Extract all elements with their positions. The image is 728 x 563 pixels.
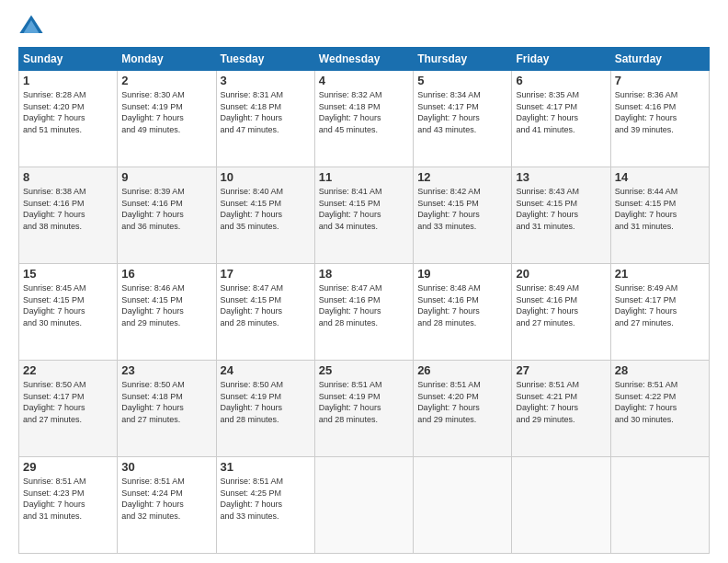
weekday-saturday: Saturday (610, 48, 709, 71)
day-number: 25 (319, 363, 409, 377)
calendar-cell (314, 457, 413, 554)
cell-info: Sunrise: 8:51 AM Sunset: 4:19 PM Dayligh… (319, 379, 409, 425)
calendar-cell: 14Sunrise: 8:44 AM Sunset: 4:15 PM Dayli… (610, 167, 709, 264)
cell-info: Sunrise: 8:47 AM Sunset: 4:15 PM Dayligh… (221, 282, 311, 328)
calendar-cell: 15Sunrise: 8:45 AM Sunset: 4:15 PM Dayli… (19, 264, 118, 361)
day-number: 22 (23, 363, 113, 377)
day-number: 2 (121, 74, 211, 87)
calendar-cell: 25Sunrise: 8:51 AM Sunset: 4:19 PM Dayli… (314, 361, 413, 457)
weekday-monday: Monday (118, 48, 216, 71)
weekday-sunday: Sunday (19, 48, 118, 71)
cell-info: Sunrise: 8:47 AM Sunset: 4:16 PM Dayligh… (319, 282, 409, 328)
cell-info: Sunrise: 8:39 AM Sunset: 4:16 PM Dayligh… (121, 186, 211, 232)
calendar-cell: 21Sunrise: 8:49 AM Sunset: 4:17 PM Dayli… (610, 264, 709, 361)
cell-info: Sunrise: 8:35 AM Sunset: 4:17 PM Dayligh… (516, 89, 606, 135)
calendar-cell: 22Sunrise: 8:50 AM Sunset: 4:17 PM Dayli… (19, 361, 118, 457)
day-number: 27 (516, 363, 606, 377)
week-row-2: 8Sunrise: 8:38 AM Sunset: 4:16 PM Daylig… (19, 167, 710, 264)
day-number: 14 (615, 170, 705, 184)
week-row-5: 29Sunrise: 8:51 AM Sunset: 4:23 PM Dayli… (19, 457, 710, 554)
day-number: 7 (615, 74, 705, 87)
cell-info: Sunrise: 8:40 AM Sunset: 4:15 PM Dayligh… (221, 186, 311, 232)
calendar-cell: 24Sunrise: 8:50 AM Sunset: 4:19 PM Dayli… (216, 361, 314, 457)
calendar-cell: 29Sunrise: 8:51 AM Sunset: 4:23 PM Dayli… (19, 457, 118, 554)
weekday-tuesday: Tuesday (216, 48, 314, 71)
cell-info: Sunrise: 8:51 AM Sunset: 4:23 PM Dayligh… (23, 476, 113, 522)
calendar-cell: 30Sunrise: 8:51 AM Sunset: 4:24 PM Dayli… (118, 457, 216, 554)
cell-info: Sunrise: 8:38 AM Sunset: 4:16 PM Dayligh… (23, 186, 113, 232)
day-number: 29 (23, 460, 113, 474)
calendar-cell (512, 457, 610, 554)
calendar-cell: 31Sunrise: 8:51 AM Sunset: 4:25 PM Dayli… (216, 457, 314, 554)
calendar-cell: 28Sunrise: 8:51 AM Sunset: 4:22 PM Dayli… (610, 361, 709, 457)
calendar-cell: 17Sunrise: 8:47 AM Sunset: 4:15 PM Dayli… (216, 264, 314, 361)
weekday-wednesday: Wednesday (314, 48, 413, 71)
calendar-cell: 2Sunrise: 8:30 AM Sunset: 4:19 PM Daylig… (118, 71, 216, 167)
calendar-body: 1Sunrise: 8:28 AM Sunset: 4:20 PM Daylig… (19, 71, 710, 554)
calendar-cell: 9Sunrise: 8:39 AM Sunset: 4:16 PM Daylig… (118, 167, 216, 264)
day-number: 16 (121, 267, 211, 281)
day-number: 28 (615, 363, 705, 377)
header (18, 14, 710, 40)
cell-info: Sunrise: 8:43 AM Sunset: 4:15 PM Dayligh… (516, 186, 606, 232)
cell-info: Sunrise: 8:34 AM Sunset: 4:17 PM Dayligh… (417, 89, 507, 135)
cell-info: Sunrise: 8:31 AM Sunset: 4:18 PM Dayligh… (221, 89, 311, 135)
day-number: 17 (221, 267, 311, 281)
day-number: 26 (417, 363, 507, 377)
day-number: 12 (417, 170, 507, 184)
cell-info: Sunrise: 8:51 AM Sunset: 4:21 PM Dayligh… (516, 379, 606, 425)
weekday-thursday: Thursday (414, 48, 512, 71)
day-number: 15 (23, 267, 113, 281)
day-number: 6 (516, 74, 606, 87)
day-number: 31 (221, 460, 311, 474)
day-number: 9 (121, 170, 211, 184)
day-number: 4 (319, 74, 409, 87)
calendar-cell: 12Sunrise: 8:42 AM Sunset: 4:15 PM Dayli… (414, 167, 512, 264)
day-number: 23 (121, 363, 211, 377)
calendar-cell (414, 457, 512, 554)
cell-info: Sunrise: 8:50 AM Sunset: 4:18 PM Dayligh… (121, 379, 211, 425)
calendar-cell: 3Sunrise: 8:31 AM Sunset: 4:18 PM Daylig… (216, 71, 314, 167)
cell-info: Sunrise: 8:51 AM Sunset: 4:24 PM Dayligh… (121, 476, 211, 522)
calendar-cell: 8Sunrise: 8:38 AM Sunset: 4:16 PM Daylig… (19, 167, 118, 264)
calendar-table: SundayMondayTuesdayWednesdayThursdayFrid… (18, 47, 710, 554)
logo-icon (18, 14, 44, 40)
calendar-cell: 26Sunrise: 8:51 AM Sunset: 4:20 PM Dayli… (414, 361, 512, 457)
calendar-cell: 7Sunrise: 8:36 AM Sunset: 4:16 PM Daylig… (610, 71, 709, 167)
cell-info: Sunrise: 8:46 AM Sunset: 4:15 PM Dayligh… (121, 282, 211, 328)
calendar-cell: 1Sunrise: 8:28 AM Sunset: 4:20 PM Daylig… (19, 71, 118, 167)
cell-info: Sunrise: 8:36 AM Sunset: 4:16 PM Dayligh… (615, 89, 705, 135)
day-number: 20 (516, 267, 606, 281)
calendar-cell: 19Sunrise: 8:48 AM Sunset: 4:16 PM Dayli… (414, 264, 512, 361)
day-number: 18 (319, 267, 409, 281)
cell-info: Sunrise: 8:51 AM Sunset: 4:20 PM Dayligh… (417, 379, 507, 425)
cell-info: Sunrise: 8:30 AM Sunset: 4:19 PM Dayligh… (121, 89, 211, 135)
cell-info: Sunrise: 8:50 AM Sunset: 4:19 PM Dayligh… (221, 379, 311, 425)
calendar-cell: 5Sunrise: 8:34 AM Sunset: 4:17 PM Daylig… (414, 71, 512, 167)
cell-info: Sunrise: 8:49 AM Sunset: 4:17 PM Dayligh… (615, 282, 705, 328)
page: SundayMondayTuesdayWednesdayThursdayFrid… (0, 0, 728, 563)
logo (18, 14, 48, 40)
calendar-cell: 18Sunrise: 8:47 AM Sunset: 4:16 PM Dayli… (314, 264, 413, 361)
cell-info: Sunrise: 8:28 AM Sunset: 4:20 PM Dayligh… (23, 89, 113, 135)
calendar-cell: 11Sunrise: 8:41 AM Sunset: 4:15 PM Dayli… (314, 167, 413, 264)
calendar-cell: 4Sunrise: 8:32 AM Sunset: 4:18 PM Daylig… (314, 71, 413, 167)
week-row-4: 22Sunrise: 8:50 AM Sunset: 4:17 PM Dayli… (19, 361, 710, 457)
week-row-1: 1Sunrise: 8:28 AM Sunset: 4:20 PM Daylig… (19, 71, 710, 167)
day-number: 1 (23, 74, 113, 87)
cell-info: Sunrise: 8:50 AM Sunset: 4:17 PM Dayligh… (23, 379, 113, 425)
cell-info: Sunrise: 8:48 AM Sunset: 4:16 PM Dayligh… (417, 282, 507, 328)
cell-info: Sunrise: 8:51 AM Sunset: 4:25 PM Dayligh… (221, 476, 311, 522)
calendar-cell: 23Sunrise: 8:50 AM Sunset: 4:18 PM Dayli… (118, 361, 216, 457)
day-number: 19 (417, 267, 507, 281)
calendar-cell: 6Sunrise: 8:35 AM Sunset: 4:17 PM Daylig… (512, 71, 610, 167)
cell-info: Sunrise: 8:44 AM Sunset: 4:15 PM Dayligh… (615, 186, 705, 232)
cell-info: Sunrise: 8:51 AM Sunset: 4:22 PM Dayligh… (615, 379, 705, 425)
cell-info: Sunrise: 8:49 AM Sunset: 4:16 PM Dayligh… (516, 282, 606, 328)
weekday-friday: Friday (512, 48, 610, 71)
week-row-3: 15Sunrise: 8:45 AM Sunset: 4:15 PM Dayli… (19, 264, 710, 361)
calendar-cell: 13Sunrise: 8:43 AM Sunset: 4:15 PM Dayli… (512, 167, 610, 264)
calendar-cell: 10Sunrise: 8:40 AM Sunset: 4:15 PM Dayli… (216, 167, 314, 264)
cell-info: Sunrise: 8:42 AM Sunset: 4:15 PM Dayligh… (417, 186, 507, 232)
cell-info: Sunrise: 8:32 AM Sunset: 4:18 PM Dayligh… (319, 89, 409, 135)
